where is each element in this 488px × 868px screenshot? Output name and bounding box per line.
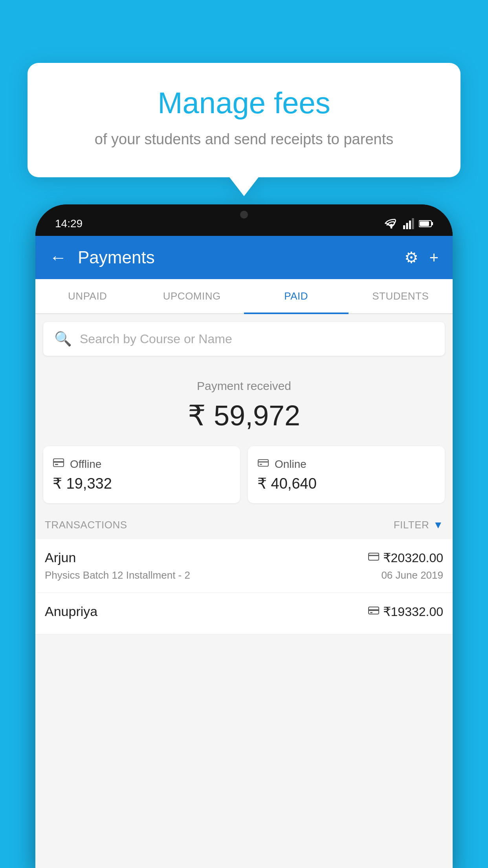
filter-icon: ▼ [433,519,443,531]
signal-icon [403,218,414,229]
header-icons: ⚙ + [404,248,438,267]
payment-received-label: Payment received [43,379,445,393]
transaction-date: 06 June 2019 [381,569,443,581]
svg-rect-4 [412,218,414,229]
page-title: Payments [78,248,404,267]
bubble-subtitle: of your students and send receipts to pa… [47,129,441,150]
payment-cards: Offline ₹ 19,332 Online ₹ 40,640 [43,446,445,503]
speech-bubble: Manage fees of your students and send re… [28,63,460,177]
tab-unpaid[interactable]: UNPAID [35,279,140,313]
transaction-top: Anupriya ₹19332.00 [45,604,443,619]
offline-icon [53,457,64,471]
search-icon: 🔍 [54,331,72,347]
transactions-label: TRANSACTIONS [45,519,127,531]
offline-label: Offline [70,458,101,471]
online-icon [257,457,269,471]
payment-total-amount: ₹ 59,972 [43,399,445,432]
svg-rect-10 [55,464,58,465]
bubble-title: Manage fees [47,86,441,120]
transaction-name: Arjun [45,550,76,565]
transaction-top: Arjun ₹20320.00 [45,550,443,565]
online-amount: ₹ 40,640 [257,475,435,492]
status-time: 14:29 [55,217,83,230]
svg-rect-17 [369,609,379,611]
svg-point-0 [391,227,393,229]
transaction-name: Anupriya [45,604,97,619]
payment-summary: Payment received ₹ 59,972 [35,364,453,446]
camera [240,211,248,219]
offline-card: Offline ₹ 19,332 [43,446,240,503]
svg-rect-11 [258,460,268,466]
svg-rect-3 [409,221,411,229]
settings-icon[interactable]: ⚙ [404,248,418,267]
back-button[interactable]: ← [50,248,67,267]
transaction-amount: ₹19332.00 [383,604,443,619]
transaction-row[interactable]: Anupriya ₹19332.00 [35,593,453,634]
phone-notch [213,204,275,225]
filter-row[interactable]: FILTER ▼ [394,519,443,531]
offline-amount: ₹ 19,332 [53,475,231,492]
tab-students[interactable]: STUDENTS [349,279,453,313]
online-payment-icon [368,552,379,564]
wifi-icon [384,218,398,229]
transactions-header: TRANSACTIONS FILTER ▼ [35,511,453,539]
tab-paid[interactable]: PAID [244,279,349,313]
svg-rect-18 [370,612,372,613]
search-bar[interactable]: 🔍 Search by Course or Name [43,322,445,356]
offline-payment-icon [368,605,379,618]
tab-upcoming[interactable]: UPCOMING [140,279,244,313]
transaction-bottom: Physics Batch 12 Installment - 2 06 June… [45,569,443,581]
online-label-row: Online [257,457,435,471]
svg-rect-9 [53,461,64,463]
svg-rect-14 [369,553,379,560]
status-icons [384,218,433,229]
app-header: ← Payments ⚙ + [35,236,453,279]
svg-rect-1 [403,225,405,229]
add-icon[interactable]: + [429,249,438,267]
transaction-row[interactable]: Arjun ₹20320.00 Physics Batch 12 Install… [35,539,453,593]
transaction-amount-row: ₹19332.00 [368,604,443,619]
battery-icon [419,220,433,228]
svg-rect-2 [406,223,408,229]
filter-label: FILTER [394,519,429,531]
online-card: Online ₹ 40,640 [248,446,445,503]
online-label: Online [275,458,306,471]
phone-container: 14:29 [35,204,453,868]
svg-rect-7 [420,221,429,226]
svg-rect-13 [260,464,262,465]
transaction-amount: ₹20320.00 [383,550,443,565]
transaction-desc: Physics Batch 12 Installment - 2 [45,569,190,581]
transaction-amount-row: ₹20320.00 [368,550,443,565]
app-screen: ← Payments ⚙ + UNPAID UPCOMING PAID STUD… [35,236,453,868]
search-placeholder: Search by Course or Name [80,332,232,346]
svg-rect-6 [431,222,433,225]
offline-label-row: Offline [53,457,231,471]
tabs-bar: UNPAID UPCOMING PAID STUDENTS [35,279,453,314]
